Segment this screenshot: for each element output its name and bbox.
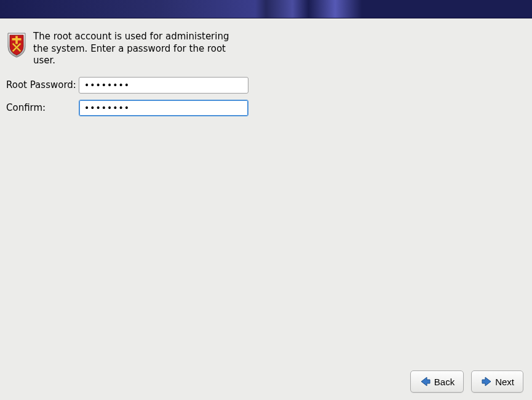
intro-description: The root account is used for administeri… — [33, 31, 236, 67]
confirm-label: Confirm: — [6, 102, 79, 113]
root-password-row: Root Password: — [6, 77, 526, 94]
footer-buttons: Back Next — [410, 370, 523, 393]
arrow-left-icon — [419, 375, 432, 388]
intro-block: The root account is used for administeri… — [6, 31, 526, 67]
arrow-right-icon — [480, 375, 493, 388]
root-password-input[interactable] — [79, 77, 248, 94]
back-button-label: Back — [434, 377, 455, 387]
confirm-row: Confirm: — [6, 100, 526, 116]
confirm-input[interactable] — [79, 100, 248, 116]
next-button-label: Next — [495, 377, 514, 387]
top-banner — [0, 0, 532, 18]
svg-rect-1 — [12, 38, 22, 41]
root-password-label: Root Password: — [6, 79, 79, 90]
security-shield-icon — [6, 32, 27, 58]
back-button[interactable]: Back — [410, 370, 464, 393]
main-content: The root account is used for administeri… — [0, 18, 532, 135]
next-button[interactable]: Next — [471, 370, 523, 393]
